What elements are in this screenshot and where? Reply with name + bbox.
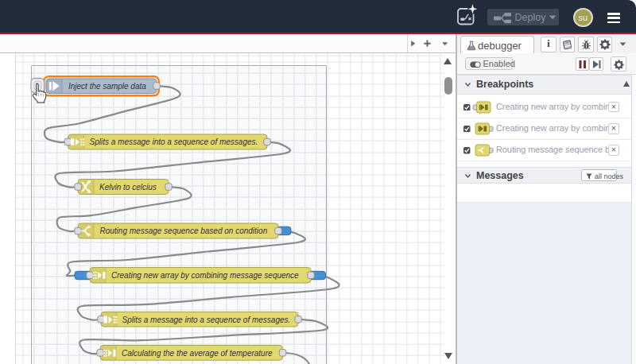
svg-text:Calculating the the average of: Calculating the the average of temperatu…: [122, 349, 273, 358]
svg-text:Inject the sample data: Inject the sample data: [68, 82, 146, 91]
svg-text:Splits a message into a sequen: Splits a message into a sequence of mess…: [90, 137, 258, 146]
svg-text:Splits a message into a sequen: Splits a message into a sequence of mess…: [122, 316, 291, 324]
svg-text:Routing message sequence based: Routing message sequence based on condit…: [100, 227, 268, 235]
svg-text:Kelvin to celcius: Kelvin to celcius: [99, 183, 157, 192]
svg-text:Creating new array by combinin: Creating new array by combining message …: [111, 271, 299, 280]
